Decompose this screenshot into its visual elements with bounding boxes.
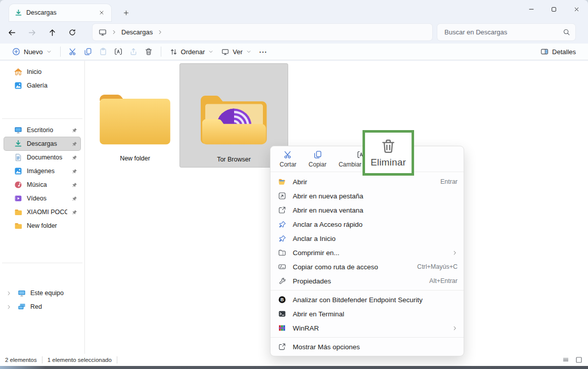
gallery-icon bbox=[14, 81, 22, 90]
sidebar-divider bbox=[2, 263, 82, 263]
sidebar-item-este-equipo[interactable]: Este equipo bbox=[4, 286, 80, 300]
menu-item-propiedades[interactable]: Propiedades Alt+Entrar bbox=[270, 274, 464, 288]
open-new-tab-icon bbox=[278, 191, 287, 200]
sidebar: Inicio Galería Escritorio Descargas Docu… bbox=[0, 61, 85, 354]
sidebar-item-imagenes[interactable]: Imágenes bbox=[4, 165, 80, 178]
context-menu-divider bbox=[270, 290, 464, 291]
delete-button[interactable] bbox=[141, 45, 156, 59]
sidebar-item-xiaomi-poco[interactable]: XIAOMI POCO F bbox=[4, 206, 80, 219]
this-pc-icon bbox=[18, 289, 26, 297]
details-view-toggle-icon[interactable] bbox=[562, 356, 570, 364]
folder-icon bbox=[14, 208, 22, 216]
bitdefender-icon bbox=[278, 295, 287, 304]
cut-button[interactable] bbox=[65, 45, 80, 59]
pin-icon bbox=[278, 220, 287, 229]
menu-item-abrir-terminal[interactable]: Abrir en Terminal bbox=[270, 307, 464, 321]
paste-button[interactable] bbox=[96, 45, 111, 59]
sidebar-item-label: Inicio bbox=[27, 68, 77, 75]
close-button[interactable] bbox=[565, 0, 588, 18]
scissors-icon bbox=[284, 150, 292, 159]
sidebar-item-musica[interactable]: Música bbox=[4, 178, 80, 191]
thumbnail-view-toggle-icon[interactable] bbox=[575, 356, 583, 364]
sidebar-item-descargas[interactable]: Descargas bbox=[4, 137, 80, 150]
breadcrumb-item-descargas[interactable]: Descargas bbox=[121, 28, 153, 36]
search-box[interactable] bbox=[437, 24, 575, 40]
menu-item-anclar-acceso-rapido[interactable]: Anclar a Acceso rápido bbox=[270, 217, 464, 231]
more-options-button[interactable]: ··· bbox=[255, 45, 272, 59]
forward-button[interactable] bbox=[23, 24, 40, 40]
download-icon bbox=[15, 9, 22, 17]
breadcrumb[interactable]: Descargas bbox=[93, 24, 432, 40]
chevron-down-icon bbox=[208, 49, 213, 54]
menu-item-anclar-inicio[interactable]: Anclar a Inicio bbox=[270, 231, 464, 245]
sidebar-item-galeria[interactable]: Galería bbox=[4, 79, 80, 92]
menu-item-abrir[interactable]: Abrir Entrar bbox=[270, 175, 464, 189]
search-input[interactable] bbox=[443, 28, 563, 36]
sidebar-item-red[interactable]: Red bbox=[4, 300, 80, 313]
menu-item-shortcut: Ctrl+Mayús+C bbox=[417, 263, 458, 270]
status-divider bbox=[42, 356, 42, 363]
menu-item-bitdefender[interactable]: Analizar con Bitdefender Endpoint Securi… bbox=[270, 293, 464, 307]
file-name: New folder bbox=[120, 155, 150, 162]
sidebar-item-escritorio[interactable]: Escritorio bbox=[4, 124, 80, 137]
tab-descargas[interactable]: Descargas bbox=[9, 4, 111, 21]
pictures-icon bbox=[14, 167, 22, 175]
sidebar-item-inicio[interactable]: Inicio bbox=[4, 65, 80, 78]
up-button[interactable] bbox=[43, 24, 61, 40]
sidebar-item-new-folder[interactable]: New folder bbox=[4, 219, 80, 232]
sidebar-item-label: Escritorio bbox=[27, 127, 67, 134]
minimize-button[interactable] bbox=[520, 0, 542, 18]
file-explorer-window: Descargas Descargas Nuevo bbox=[0, 0, 588, 369]
plus-circle-icon bbox=[12, 48, 20, 56]
videos-icon bbox=[14, 194, 22, 202]
menu-item-abrir-nueva-pestana[interactable]: Abrir en nueva pestaña bbox=[270, 189, 464, 203]
music-icon bbox=[14, 181, 22, 189]
copy-button[interactable] bbox=[80, 45, 96, 59]
sidebar-item-documentos[interactable]: Documentos bbox=[4, 151, 80, 164]
navigation-bar: Descargas bbox=[0, 21, 588, 44]
trash-icon[interactable] bbox=[380, 138, 396, 154]
tab-close-icon[interactable] bbox=[96, 7, 107, 18]
sidebar-item-videos[interactable]: Vídeos bbox=[4, 192, 80, 205]
menu-item-shortcut: Entrar bbox=[440, 178, 458, 185]
menu-item-label: Abrir en nueva pestaña bbox=[293, 192, 458, 200]
menu-item-label: Copiar como ruta de acceso bbox=[293, 263, 411, 271]
menu-item-mostrar-mas-opciones[interactable]: Mostrar Más opciones bbox=[270, 340, 464, 354]
chevron-down-icon bbox=[246, 49, 251, 54]
toolbar-separator bbox=[60, 47, 61, 57]
new-tab-button[interactable] bbox=[119, 6, 132, 19]
chevron-right-icon[interactable] bbox=[6, 304, 13, 310]
share-button[interactable] bbox=[126, 45, 141, 59]
menu-item-copiar-ruta[interactable]: Copiar como ruta de acceso Ctrl+Mayús+C bbox=[270, 260, 464, 274]
pin-icon bbox=[72, 196, 77, 201]
details-pane-button[interactable]: Detalles bbox=[536, 45, 580, 59]
back-button[interactable] bbox=[3, 24, 20, 40]
rename-button[interactable] bbox=[111, 45, 126, 59]
menu-item-abrir-nueva-ventana[interactable]: Abrir en nueva ventana bbox=[270, 203, 464, 217]
tab-title: Descargas bbox=[26, 9, 92, 16]
pin-icon bbox=[72, 128, 77, 133]
menu-item-comprimir-en[interactable]: Comprimir en... bbox=[270, 245, 464, 260]
copy-quick-action[interactable]: Copiar bbox=[308, 150, 326, 168]
context-menu-divider bbox=[270, 337, 464, 338]
delete-quick-action-label[interactable]: Eliminar bbox=[371, 157, 406, 168]
this-pc-monitor-icon[interactable] bbox=[99, 28, 107, 36]
refresh-button[interactable] bbox=[64, 24, 81, 40]
sort-button[interactable]: Ordenar bbox=[166, 45, 218, 59]
new-button[interactable]: Nuevo bbox=[8, 45, 56, 59]
chevron-right-icon[interactable] bbox=[6, 291, 13, 296]
selected-count: 1 elemento seleccionado bbox=[48, 357, 112, 363]
pin-icon bbox=[278, 234, 287, 243]
file-tile-new-folder[interactable]: New folder bbox=[89, 64, 181, 166]
chevron-down-icon bbox=[47, 49, 52, 54]
search-icon[interactable] bbox=[563, 28, 570, 36]
sidebar-item-label: Vídeos bbox=[27, 195, 67, 202]
menu-item-winrar[interactable]: WinRAR bbox=[270, 321, 464, 335]
menu-item-shortcut: Alt+Entrar bbox=[429, 277, 458, 284]
menu-item-label: Comprimir en... bbox=[293, 249, 446, 257]
breadcrumb-chevron-icon[interactable] bbox=[157, 29, 163, 35]
view-button[interactable]: Ver bbox=[217, 45, 255, 59]
maximize-button[interactable] bbox=[542, 0, 565, 18]
cut-quick-action[interactable]: Cortar bbox=[280, 150, 296, 168]
sidebar-divider bbox=[2, 118, 82, 119]
